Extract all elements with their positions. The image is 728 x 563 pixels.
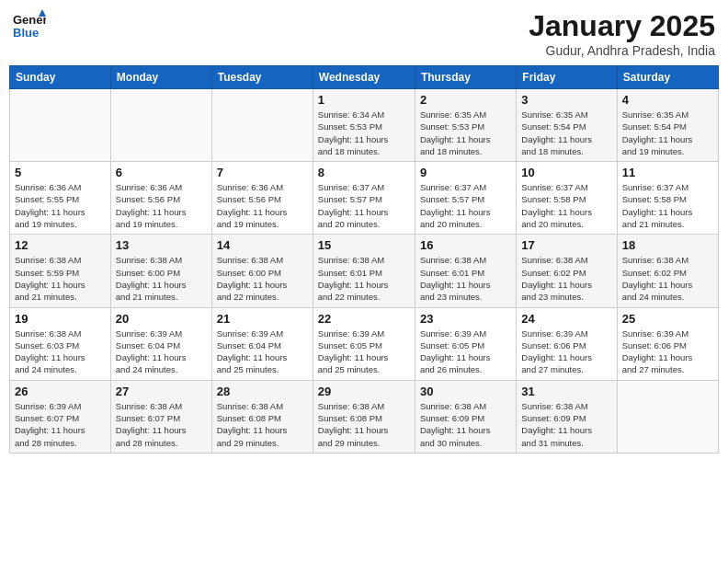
day-info: Sunrise: 6:38 AM Sunset: 6:03 PM Dayligh… [15,327,106,376]
day-info: Sunrise: 6:38 AM Sunset: 6:02 PM Dayligh… [622,254,713,303]
day-info: Sunrise: 6:39 AM Sunset: 6:04 PM Dayligh… [217,327,308,376]
day-info: Sunrise: 6:36 AM Sunset: 5:55 PM Dayligh… [15,181,106,230]
day-info: Sunrise: 6:39 AM Sunset: 6:06 PM Dayligh… [622,327,713,376]
calendar-cell: 14Sunrise: 6:38 AM Sunset: 6:00 PM Dayli… [211,235,313,307]
location-subtitle: Gudur, Andhra Pradesh, India [529,43,715,58]
day-info: Sunrise: 6:38 AM Sunset: 6:09 PM Dayligh… [420,400,511,449]
day-number: 28 [217,385,308,398]
calendar-cell: 6Sunrise: 6:36 AM Sunset: 5:56 PM Daylig… [110,162,211,235]
day-number: 27 [116,385,207,398]
day-info: Sunrise: 6:37 AM Sunset: 5:58 PM Dayligh… [521,181,611,230]
calendar-cell: 18Sunrise: 6:38 AM Sunset: 6:02 PM Dayli… [617,235,718,307]
day-info: Sunrise: 6:37 AM Sunset: 5:57 PM Dayligh… [420,181,511,230]
day-number: 21 [217,312,308,326]
day-number: 2 [420,93,511,107]
day-info: Sunrise: 6:37 AM Sunset: 5:57 PM Dayligh… [318,181,410,230]
calendar-cell: 3Sunrise: 6:35 AM Sunset: 5:54 PM Daylig… [517,89,617,162]
calendar-cell: 15Sunrise: 6:38 AM Sunset: 6:01 PM Dayli… [313,235,415,307]
day-info: Sunrise: 6:34 AM Sunset: 5:53 PM Dayligh… [318,109,410,157]
calendar-cell: 19Sunrise: 6:38 AM Sunset: 6:03 PM Dayli… [10,307,111,380]
logo-icon: General Blue [13,9,46,42]
calendar-cell: 30Sunrise: 6:38 AM Sunset: 6:09 PM Dayli… [415,380,516,453]
weekday-header-row: SundayMondayTuesdayWednesdayThursdayFrid… [10,66,719,89]
day-number: 13 [116,238,207,252]
weekday-header: Saturday [617,66,718,89]
day-number: 5 [15,166,106,179]
day-info: Sunrise: 6:38 AM Sunset: 5:59 PM Dayligh… [15,254,106,303]
day-info: Sunrise: 6:39 AM Sunset: 6:05 PM Dayligh… [318,327,410,376]
calendar-cell: 28Sunrise: 6:38 AM Sunset: 6:08 PM Dayli… [211,380,313,453]
day-info: Sunrise: 6:38 AM Sunset: 6:01 PM Dayligh… [420,254,511,303]
calendar-cell: 1Sunrise: 6:34 AM Sunset: 5:53 PM Daylig… [313,89,415,162]
calendar-week-row: 19Sunrise: 6:38 AM Sunset: 6:03 PM Dayli… [10,307,719,380]
day-number: 1 [318,93,410,107]
title-block: January 2025 Gudur, Andhra Pradesh, Indi… [529,9,715,58]
day-number: 8 [318,166,410,179]
day-info: Sunrise: 6:37 AM Sunset: 5:58 PM Dayligh… [622,181,713,230]
day-number: 24 [521,312,611,326]
day-info: Sunrise: 6:38 AM Sunset: 6:08 PM Dayligh… [318,400,410,449]
day-info: Sunrise: 6:38 AM Sunset: 6:07 PM Dayligh… [116,400,207,449]
calendar-cell [10,89,111,162]
day-number: 14 [217,238,308,252]
calendar-table: SundayMondayTuesdayWednesdayThursdayFrid… [9,65,719,454]
weekday-header: Thursday [415,66,516,89]
day-info: Sunrise: 6:38 AM Sunset: 6:00 PM Dayligh… [217,254,308,303]
calendar-week-row: 1Sunrise: 6:34 AM Sunset: 5:53 PM Daylig… [10,89,719,162]
calendar-cell: 29Sunrise: 6:38 AM Sunset: 6:08 PM Dayli… [313,380,415,453]
day-number: 20 [116,312,207,326]
day-info: Sunrise: 6:38 AM Sunset: 6:02 PM Dayligh… [521,254,611,303]
day-info: Sunrise: 6:38 AM Sunset: 6:08 PM Dayligh… [217,400,308,449]
logo: General Blue [13,9,46,42]
day-number: 17 [521,238,611,252]
calendar-cell: 22Sunrise: 6:39 AM Sunset: 6:05 PM Dayli… [313,307,415,380]
day-info: Sunrise: 6:39 AM Sunset: 6:07 PM Dayligh… [15,400,106,449]
calendar-cell: 7Sunrise: 6:36 AM Sunset: 5:56 PM Daylig… [211,162,313,235]
month-title: January 2025 [529,9,715,43]
calendar-cell: 31Sunrise: 6:38 AM Sunset: 6:09 PM Dayli… [517,380,617,453]
weekday-header: Monday [110,66,211,89]
day-number: 15 [318,238,410,252]
day-number: 29 [318,385,410,398]
day-info: Sunrise: 6:36 AM Sunset: 5:56 PM Dayligh… [217,181,308,230]
calendar-cell: 26Sunrise: 6:39 AM Sunset: 6:07 PM Dayli… [10,380,111,453]
day-number: 31 [521,385,611,398]
day-info: Sunrise: 6:39 AM Sunset: 6:05 PM Dayligh… [420,327,511,376]
calendar-cell: 25Sunrise: 6:39 AM Sunset: 6:06 PM Dayli… [617,307,718,380]
day-number: 16 [420,238,511,252]
calendar-cell: 5Sunrise: 6:36 AM Sunset: 5:55 PM Daylig… [10,162,111,235]
day-number: 7 [217,166,308,179]
calendar-cell: 10Sunrise: 6:37 AM Sunset: 5:58 PM Dayli… [517,162,617,235]
day-number: 30 [420,385,511,398]
day-number: 25 [622,312,713,326]
svg-text:Blue: Blue [13,26,39,40]
calendar-cell: 4Sunrise: 6:35 AM Sunset: 5:54 PM Daylig… [617,89,718,162]
calendar-cell [110,89,211,162]
calendar-cell: 20Sunrise: 6:39 AM Sunset: 6:04 PM Dayli… [110,307,211,380]
calendar-cell: 9Sunrise: 6:37 AM Sunset: 5:57 PM Daylig… [415,162,516,235]
day-number: 12 [15,238,106,252]
day-info: Sunrise: 6:39 AM Sunset: 6:04 PM Dayligh… [116,327,207,376]
day-number: 4 [622,93,713,107]
day-number: 10 [521,166,611,179]
calendar-cell: 17Sunrise: 6:38 AM Sunset: 6:02 PM Dayli… [517,235,617,307]
day-number: 23 [420,312,511,326]
day-info: Sunrise: 6:38 AM Sunset: 6:00 PM Dayligh… [116,254,207,303]
calendar-week-row: 26Sunrise: 6:39 AM Sunset: 6:07 PM Dayli… [10,380,719,453]
page-header: General Blue January 2025 Gudur, Andhra … [9,9,719,58]
calendar-cell: 16Sunrise: 6:38 AM Sunset: 6:01 PM Dayli… [415,235,516,307]
day-number: 3 [521,93,611,107]
day-info: Sunrise: 6:35 AM Sunset: 5:53 PM Dayligh… [420,109,511,157]
weekday-header: Friday [517,66,617,89]
calendar-cell: 12Sunrise: 6:38 AM Sunset: 5:59 PM Dayli… [10,235,111,307]
calendar-cell: 23Sunrise: 6:39 AM Sunset: 6:05 PM Dayli… [415,307,516,380]
calendar-cell: 13Sunrise: 6:38 AM Sunset: 6:00 PM Dayli… [110,235,211,307]
day-info: Sunrise: 6:38 AM Sunset: 6:01 PM Dayligh… [318,254,410,303]
day-number: 9 [420,166,511,179]
day-number: 18 [622,238,713,252]
day-number: 6 [116,166,207,179]
day-number: 22 [318,312,410,326]
weekday-header: Wednesday [313,66,415,89]
day-number: 26 [15,385,106,398]
weekday-header: Tuesday [211,66,313,89]
